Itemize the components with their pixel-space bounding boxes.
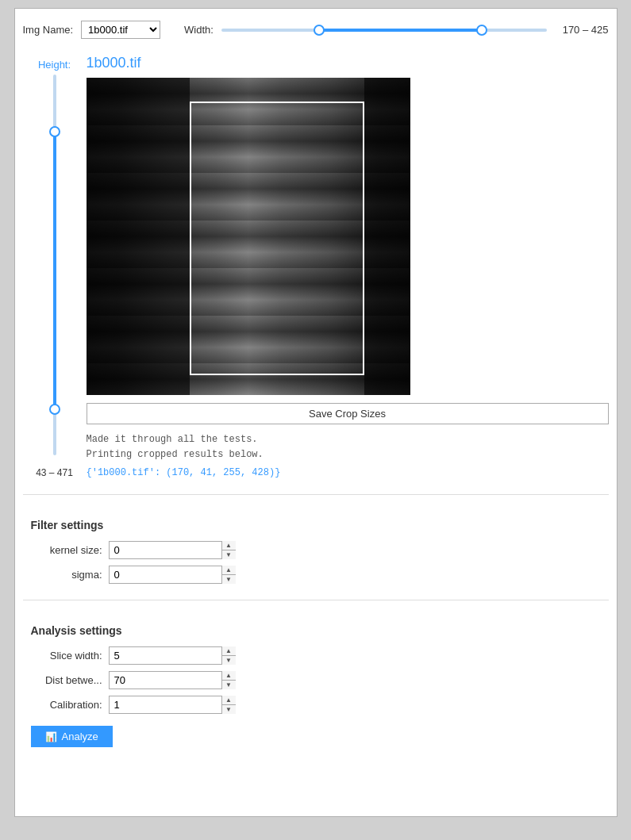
analysis-settings-section: Analysis settings Slice width: ▲ ▼ Dist … bbox=[23, 624, 609, 747]
analyze-button[interactable]: 📊 Analyze bbox=[31, 726, 113, 747]
img-name-label: Img Name: bbox=[23, 24, 74, 36]
slice-width-spinner: ▲ ▼ bbox=[221, 646, 236, 665]
calibration-label: Calibration: bbox=[31, 699, 102, 711]
sigma-input[interactable] bbox=[109, 566, 236, 584]
calibration-spinner: ▲ ▼ bbox=[221, 696, 236, 714]
sigma-up[interactable]: ▲ bbox=[222, 566, 236, 575]
image-title: 1b000.tif bbox=[87, 55, 609, 71]
width-slider-fill bbox=[319, 29, 482, 32]
kernel-size-row: kernel size: ▲ ▼ bbox=[31, 541, 601, 559]
width-slider[interactable] bbox=[221, 22, 547, 38]
calibration-input-wrapper: ▲ ▼ bbox=[109, 696, 236, 714]
status-line-1: Made it through all the tests. bbox=[87, 432, 609, 447]
slice-width-up[interactable]: ▲ bbox=[222, 646, 236, 656]
width-slider-thumb-right[interactable] bbox=[476, 25, 487, 36]
divider-1 bbox=[23, 494, 609, 495]
slice-width-down[interactable]: ▼ bbox=[222, 656, 236, 665]
analyze-label: Analyze bbox=[62, 731, 98, 742]
dist-betw-input[interactable] bbox=[109, 671, 236, 689]
img-name-select[interactable]: 1b000.tif 1b001.tif 1b002.tif bbox=[81, 21, 160, 39]
slice-width-label: Slice width: bbox=[31, 650, 102, 662]
image-area: 1b000.tif Save Crop Sizes Made it throug… bbox=[87, 55, 609, 478]
sigma-row: sigma: ▲ ▼ bbox=[31, 566, 601, 584]
sigma-down[interactable]: ▼ bbox=[222, 575, 236, 584]
dist-betw-input-wrapper: ▲ ▼ bbox=[109, 671, 236, 689]
width-label: Width: bbox=[184, 24, 214, 36]
dist-betw-label: Dist betwe... bbox=[31, 674, 102, 686]
kernel-size-down[interactable]: ▼ bbox=[222, 550, 236, 559]
dark-overlay-left bbox=[87, 78, 190, 395]
height-slider-track bbox=[53, 75, 56, 455]
height-slider-thumb-top[interactable] bbox=[49, 126, 60, 137]
kernel-size-label: kernel size: bbox=[31, 544, 102, 556]
header-bar: Img Name: 1b000.tif 1b001.tif 1b002.tif … bbox=[23, 17, 609, 43]
calibration-input[interactable] bbox=[109, 696, 236, 714]
kernel-size-spinner: ▲ ▼ bbox=[221, 541, 236, 559]
height-slider[interactable] bbox=[47, 75, 63, 461]
dist-betw-row: Dist betwe... ▲ ▼ bbox=[31, 671, 601, 689]
width-slider-track bbox=[221, 29, 547, 32]
crop-rectangle bbox=[190, 102, 364, 375]
status-line-2: Printing cropped results below. bbox=[87, 447, 609, 462]
calibration-down[interactable]: ▼ bbox=[222, 705, 236, 714]
kernel-size-input[interactable] bbox=[109, 541, 236, 559]
height-slider-thumb-bottom[interactable] bbox=[49, 404, 60, 415]
analysis-settings-title: Analysis settings bbox=[31, 624, 601, 637]
height-slider-area: Height: 43 – 471 bbox=[23, 55, 87, 478]
kernel-size-up[interactable]: ▲ bbox=[222, 541, 236, 550]
slice-width-input-wrapper: ▲ ▼ bbox=[109, 646, 236, 665]
save-crop-sizes-button[interactable]: Save Crop Sizes bbox=[87, 403, 609, 424]
calibration-up[interactable]: ▲ bbox=[222, 696, 236, 705]
height-range-label: 43 – 471 bbox=[36, 467, 73, 478]
dist-betw-spinner: ▲ ▼ bbox=[221, 671, 236, 689]
status-text: Made it through all the tests. Printing … bbox=[87, 432, 609, 462]
slice-width-row: Slice width: ▲ ▼ bbox=[31, 646, 601, 665]
sigma-label: sigma: bbox=[31, 569, 102, 581]
main-container: Img Name: 1b000.tif 1b001.tif 1b002.tif … bbox=[14, 8, 618, 817]
sigma-spinner: ▲ ▼ bbox=[221, 566, 236, 584]
divider-2 bbox=[23, 600, 609, 600]
dark-overlay-right bbox=[364, 78, 410, 395]
filter-settings-section: Filter settings kernel size: ▲ ▼ sigma: … bbox=[23, 519, 609, 584]
height-label: Height: bbox=[38, 59, 71, 71]
result-text: {'1b000.tif': (170, 41, 255, 428)} bbox=[87, 467, 609, 478]
content-area: Height: 43 – 471 1b000.tif Save Crop Siz… bbox=[23, 55, 609, 478]
image-wrapper bbox=[87, 78, 410, 395]
dist-betw-down[interactable]: ▼ bbox=[222, 681, 236, 689]
dist-betw-up[interactable]: ▲ bbox=[222, 671, 236, 681]
kernel-size-input-wrapper: ▲ ▼ bbox=[109, 541, 236, 559]
height-slider-fill bbox=[53, 132, 56, 409]
filter-settings-title: Filter settings bbox=[31, 519, 601, 531]
slice-width-input[interactable] bbox=[109, 646, 236, 665]
analyze-icon: 📊 bbox=[45, 731, 57, 742]
calibration-row: Calibration: ▲ ▼ bbox=[31, 696, 601, 714]
sigma-input-wrapper: ▲ ▼ bbox=[109, 566, 236, 584]
width-range-label: 170 – 425 bbox=[563, 24, 609, 36]
width-slider-thumb-left[interactable] bbox=[314, 25, 325, 36]
